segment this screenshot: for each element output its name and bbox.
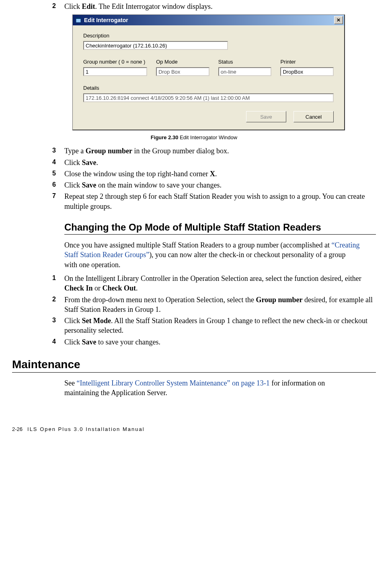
save-button: Save <box>246 111 286 122</box>
step-7: 7 Repeat step 2 through step 6 for each … <box>52 192 376 211</box>
close-icon: ✕ <box>337 17 341 23</box>
cancel-button[interactable]: Cancel <box>293 111 334 122</box>
step-4: 4 Click Save. <box>52 158 376 167</box>
step-number: 1 <box>52 274 64 293</box>
step-text: Click Save. <box>64 158 376 167</box>
figure-label: Figure 2.30 <box>151 134 179 140</box>
status-label: Status <box>218 59 272 65</box>
bold-text: Edit <box>82 2 95 10</box>
dialog-titlebar: Edit Interrogator ✕ <box>73 15 344 25</box>
section-heading-opmode: Changing the Op Mode of Multiple Staff S… <box>64 222 376 235</box>
step-5: 5 Close the window using the top right-h… <box>52 169 376 179</box>
printer-input[interactable] <box>280 67 334 76</box>
step-number: 4 <box>52 158 64 167</box>
group-label: Group number ( 0 = none ) <box>83 59 147 65</box>
step-number: 2 <box>52 295 64 315</box>
opmodestep-3: 3 Click Set Mode. All the Staff Station … <box>52 316 376 336</box>
link-maintenance[interactable]: “Intelligent Library Controller System M… <box>77 379 270 387</box>
details-label: Details <box>83 85 334 91</box>
step-number: 6 <box>52 180 64 190</box>
group-input[interactable] <box>83 67 147 76</box>
svg-rect-1 <box>76 18 81 19</box>
step-2: 2 Click Edit. The Edit Interrogator wind… <box>52 2 376 11</box>
page-footer: 2-26ILS Open Plus 3.0 Installation Manua… <box>12 426 376 432</box>
step-number: 7 <box>52 192 64 211</box>
step-text: Click Save on the main window to save yo… <box>64 180 376 190</box>
step-number: 4 <box>52 337 64 347</box>
opmode-label: Op Mode <box>156 59 209 65</box>
figure-caption: Figure 2.30 Edit Interrogator Window <box>12 134 376 140</box>
step-text: Close the window using the top right-han… <box>64 169 376 179</box>
maintenance-para: See “Intelligent Library Controller Syst… <box>64 378 360 398</box>
edit-interrogator-dialog: Edit Interrogator ✕ Description Group nu… <box>72 14 345 130</box>
opmodestep-1: 1 On the Intelligent Library Controller … <box>52 274 376 293</box>
figure-caption-text: Edit Interrogator Window <box>178 134 237 140</box>
description-label: Description <box>83 33 334 39</box>
section-heading-maintenance: Maintenance <box>12 358 376 373</box>
close-button[interactable]: ✕ <box>334 16 343 24</box>
edit-interrogator-figure: Edit Interrogator ✕ Description Group nu… <box>72 14 376 130</box>
step-6: 6 Click Save on the main window to save … <box>52 180 376 190</box>
step-text: Click Set Mode. All the Staff Station Re… <box>64 316 376 336</box>
manual-title: ILS Open Plus 3.0 Installation Manual <box>27 426 145 432</box>
opmode-input <box>156 67 209 76</box>
text: Click <box>64 2 82 10</box>
status-input <box>218 67 272 76</box>
step-text: On the Intelligent Library Controller in… <box>64 274 376 293</box>
step-number: 2 <box>52 2 64 11</box>
step-3: 3 Type a Group number in the Group numbe… <box>52 146 376 156</box>
step-text: Click Save to save your changes. <box>64 337 376 347</box>
description-input[interactable] <box>83 41 228 50</box>
text: . The Edit Interrogator window displays. <box>95 2 213 10</box>
dialog-title: Edit Interrogator <box>84 17 334 23</box>
step-text: Repeat step 2 through step 6 for each St… <box>64 192 376 211</box>
page-number: 2-26 <box>12 426 23 432</box>
opmodestep-2: 2 From the drop-down menu next to Operat… <box>52 295 376 315</box>
details-input <box>83 93 334 102</box>
app-icon <box>75 17 82 23</box>
section-intro: Once you have assigned multiple Staff St… <box>64 240 360 270</box>
step-number: 5 <box>52 169 64 179</box>
step-text: Click Edit. The Edit Interrogator window… <box>64 2 376 11</box>
step-text: Type a Group number in the Group number … <box>64 146 376 156</box>
printer-label: Printer <box>280 59 334 65</box>
step-number: 3 <box>52 316 64 336</box>
step-text: From the drop-down menu next to Operatio… <box>64 295 376 315</box>
step-number: 3 <box>52 146 64 156</box>
opmodestep-4: 4 Click Save to save your changes. <box>52 337 376 347</box>
